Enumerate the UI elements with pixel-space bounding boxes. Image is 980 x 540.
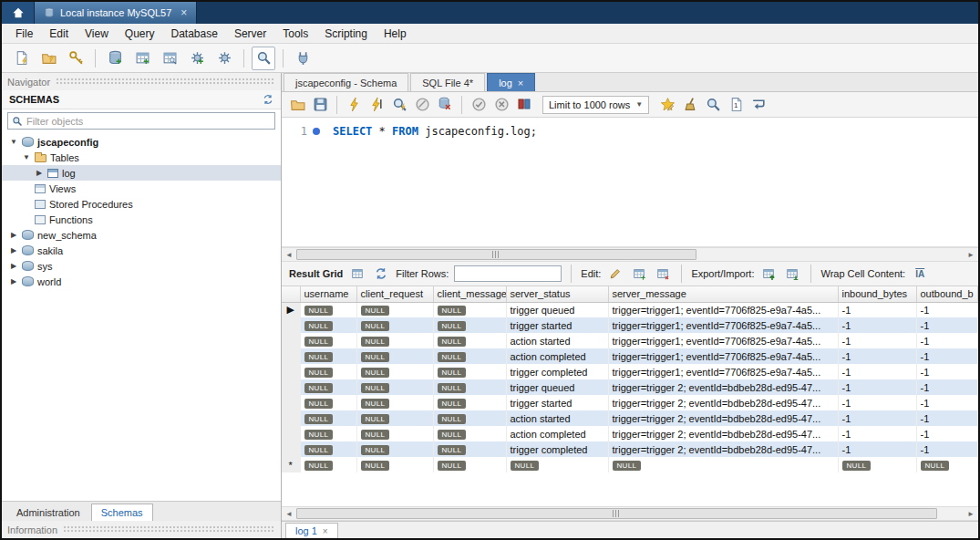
tab-close-icon[interactable]: × <box>518 78 523 88</box>
result-tab-log1[interactable]: log 1 × <box>285 523 338 538</box>
grid-cell[interactable]: NULL <box>300 317 356 333</box>
grid-cell[interactable]: trigger=trigger1; eventId=7706f825-e9a7-… <box>608 302 838 317</box>
open-script-file-icon[interactable] <box>36 47 60 70</box>
tree-item-sakila[interactable]: ▶sakila <box>2 243 281 258</box>
row-selector[interactable]: ▶ <box>282 302 300 317</box>
row-selector[interactable] <box>282 333 300 348</box>
scroll-left-arrow[interactable]: ◄ <box>282 507 296 520</box>
grid-cell[interactable]: trigger=trigger1; eventId=7706f825-e9a7-… <box>608 317 838 333</box>
grid-cell[interactable]: -1 <box>916 348 978 364</box>
grid-cell[interactable]: NULL <box>300 395 356 410</box>
grid-cell[interactable]: NULL <box>838 457 916 472</box>
tree-item-new_schema[interactable]: ▶new_schema <box>2 227 281 243</box>
delete-row-icon[interactable] <box>654 265 672 283</box>
grid-cell[interactable]: NULL <box>300 379 356 395</box>
grid-cell[interactable]: NULL <box>300 441 356 457</box>
row-selector[interactable]: * <box>282 457 300 472</box>
collapsed-arrow-icon[interactable]: ▶ <box>9 246 18 254</box>
table-row[interactable]: NULLNULLNULLaction startedtrigger=trigge… <box>282 410 978 426</box>
table-row[interactable]: NULLNULLNULLtrigger queuedtrigger=trigge… <box>282 379 978 395</box>
utilities-icon[interactable] <box>291 47 315 70</box>
collapsed-arrow-icon[interactable]: ▶ <box>9 231 18 239</box>
execute-icon[interactable] <box>344 95 364 115</box>
open-file-icon[interactable] <box>287 95 307 115</box>
grid-cell[interactable]: action completed <box>506 348 608 364</box>
grid-cell[interactable]: -1 <box>916 302 978 317</box>
grid-cell[interactable]: -1 <box>838 426 916 441</box>
tree-item-stored-procedures[interactable]: Stored Procedures <box>2 196 281 212</box>
collapsed-arrow-icon[interactable]: ▶ <box>35 169 44 177</box>
create-function-icon[interactable] <box>212 47 236 70</box>
scroll-right-arrow[interactable]: ► <box>964 507 978 520</box>
grid-cell[interactable]: -1 <box>916 317 978 333</box>
grid-cell[interactable]: NULL <box>300 410 356 426</box>
grid-cell[interactable]: -1 <box>916 410 978 426</box>
grid-cell[interactable]: NULL <box>356 426 433 441</box>
row-selector[interactable] <box>282 395 300 410</box>
menu-help[interactable]: Help <box>376 25 415 43</box>
scroll-right-arrow[interactable]: ► <box>964 248 978 261</box>
grid-cell[interactable]: -1 <box>838 364 916 379</box>
table-row[interactable]: NULLNULLNULLtrigger completedtrigger=tri… <box>282 441 978 457</box>
row-selector[interactable] <box>282 317 300 333</box>
grid-cell[interactable]: NULL <box>433 441 506 457</box>
row-selector[interactable] <box>282 410 300 426</box>
home-button[interactable] <box>2 2 35 24</box>
grid-cell[interactable]: action completed <box>506 426 608 441</box>
grid-cell[interactable]: NULL <box>433 426 506 441</box>
grid-cell[interactable]: NULL <box>300 302 356 317</box>
column-header-client_message[interactable]: client_message <box>433 286 506 302</box>
table-row[interactable]: NULLNULLNULLaction startedtrigger=trigge… <box>282 333 978 348</box>
explain-icon[interactable] <box>389 95 409 115</box>
grid-cell[interactable]: -1 <box>838 395 916 410</box>
scrollbar-track[interactable] <box>296 507 964 520</box>
grid-cell[interactable]: trigger completed <box>506 441 608 457</box>
table-row[interactable]: ▶NULLNULLNULLtrigger queuedtrigger=trigg… <box>282 302 978 317</box>
grid-cell[interactable]: NULL <box>433 333 506 348</box>
commit-icon[interactable] <box>469 95 489 115</box>
menu-scripting[interactable]: Scripting <box>316 25 376 43</box>
grid-cell[interactable]: NULL <box>300 426 356 441</box>
table-row[interactable]: *NULLNULLNULLNULLNULLNULLNULL <box>282 457 978 472</box>
scrollbar-thumb[interactable] <box>296 249 696 260</box>
table-row[interactable]: NULLNULLNULLtrigger completedtrigger=tri… <box>282 364 978 379</box>
grid-cell[interactable]: NULL <box>356 302 433 317</box>
edit-record-icon[interactable] <box>606 265 624 283</box>
grid-cell[interactable]: NULL <box>433 364 506 379</box>
tab-sql-file-4[interactable]: SQL File 4* <box>410 73 485 91</box>
menu-query[interactable]: Query <box>117 25 163 43</box>
expanded-arrow-icon[interactable]: ▼ <box>22 153 31 161</box>
grid-cell[interactable]: -1 <box>838 410 916 426</box>
limit-rows-dropdown[interactable]: Limit to 1000 rows ▼ <box>542 96 649 114</box>
create-view-icon[interactable] <box>158 47 181 70</box>
grid-cell[interactable]: NULL <box>300 348 356 364</box>
menu-server[interactable]: Server <box>226 25 274 43</box>
grid-cell[interactable]: -1 <box>838 333 916 348</box>
grid-cell[interactable]: trigger=trigger 2; eventId=bdbeb28d-ed95… <box>608 441 838 457</box>
create-procedure-icon[interactable] <box>185 47 209 70</box>
refresh-schemas-icon[interactable] <box>263 94 273 105</box>
table-row[interactable]: NULLNULLNULLaction completedtrigger=trig… <box>282 426 978 441</box>
collapsed-arrow-icon[interactable]: ▶ <box>9 277 18 286</box>
menu-file[interactable]: File <box>7 25 41 43</box>
grid-cell[interactable]: trigger=trigger 2; eventId=bdbeb28d-ed95… <box>608 426 838 441</box>
grid-cell[interactable]: NULL <box>433 302 506 317</box>
grid-cell[interactable]: NULL <box>356 457 433 472</box>
scrollbar-track[interactable] <box>296 248 964 261</box>
table-row[interactable]: NULLNULLNULLtrigger startedtrigger=trigg… <box>282 395 978 410</box>
menu-tools[interactable]: Tools <box>274 25 316 43</box>
grid-cell[interactable]: trigger=trigger 2; eventId=bdbeb28d-ed95… <box>608 410 838 426</box>
grid-cell[interactable]: NULL <box>356 333 433 348</box>
column-header-outbound_b[interactable]: outbound_b <box>916 286 978 302</box>
beautify-script-icon[interactable] <box>657 95 677 115</box>
grid-cell[interactable]: trigger completed <box>506 364 608 379</box>
menu-edit[interactable]: Edit <box>41 25 77 43</box>
tab-log[interactable]: log × <box>487 73 535 91</box>
tree-item-log[interactable]: ▶log <box>2 165 281 181</box>
grid-cell[interactable]: NULL <box>433 348 506 364</box>
search-objects-icon[interactable] <box>252 47 275 70</box>
grid-cell[interactable]: NULL <box>433 395 506 410</box>
rollback-icon[interactable] <box>491 95 511 115</box>
grid-cell[interactable]: NULL <box>356 379 433 395</box>
grid-cell[interactable]: NULL <box>433 410 506 426</box>
